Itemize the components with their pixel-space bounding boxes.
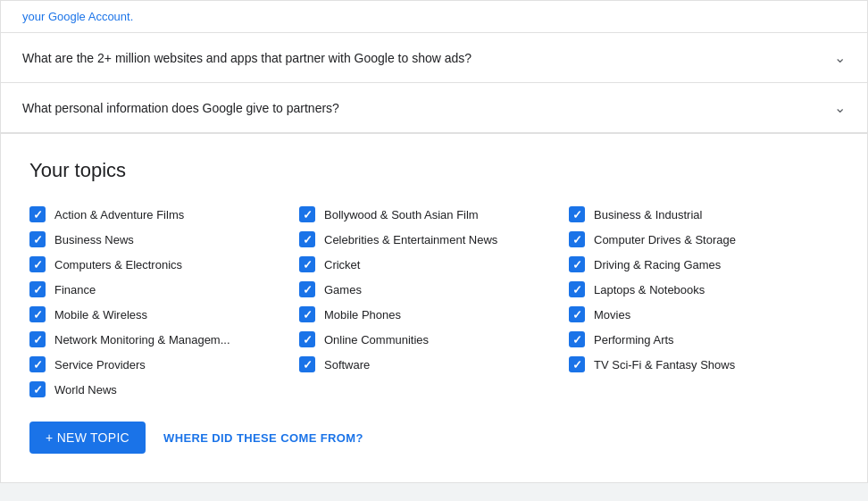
where-link[interactable]: WHERE DID THESE COME FROM? — [163, 431, 363, 445]
topic-item-online-communities[interactable]: ✓ Online Communities — [299, 327, 569, 352]
actions-row: + NEW TOPIC WHERE DID THESE COME FROM? — [29, 422, 839, 454]
topic-item-computers-electronics[interactable]: ✓ Computers & Electronics — [29, 252, 299, 277]
checkbox-software[interactable]: ✓ — [299, 356, 315, 372]
checkbox-bollywood[interactable]: ✓ — [299, 206, 315, 222]
topic-item-computer-drives-storage[interactable]: ✓ Computer Drives & Storage — [569, 227, 839, 252]
checkbox-world-news[interactable]: ✓ — [29, 381, 46, 397]
topics-title: Your topics — [29, 159, 839, 182]
faq-section: What are the 2+ million websites and app… — [0, 32, 868, 133]
chevron-down-icon-1: ⌄ — [834, 49, 846, 66]
topic-item-cricket[interactable]: ✓ Cricket — [299, 252, 569, 277]
topic-item-business-industrial[interactable]: ✓ Business & Industrial — [569, 202, 839, 227]
checkbox-computer-drives-storage[interactable]: ✓ — [569, 231, 585, 247]
topic-col-3: ✓ Business & Industrial ✓ Computer Drive… — [569, 202, 839, 402]
topic-label-business-industrial: Business & Industrial — [594, 208, 702, 221]
faq-question-2: What personal information does Google gi… — [22, 101, 339, 115]
checkbox-games[interactable]: ✓ — [299, 281, 315, 297]
checkbox-business-industrial[interactable]: ✓ — [569, 206, 585, 222]
checkbox-finance[interactable]: ✓ — [29, 281, 46, 297]
topic-col-2: ✓ Bollywood & South Asian Film ✓ Celebri… — [299, 202, 569, 402]
topic-label-online-communities: Online Communities — [324, 333, 429, 347]
checkbox-service-providers[interactable]: ✓ — [29, 356, 46, 372]
topic-item-tv-scifi[interactable]: ✓ TV Sci-Fi & Fantasy Shows — [569, 352, 839, 377]
topic-item-action-adventure[interactable]: ✓ Action & Adventure Films — [29, 202, 299, 227]
topics-grid: ✓ Action & Adventure Films ✓ Business Ne… — [29, 202, 839, 402]
checkbox-network-monitoring[interactable]: ✓ — [29, 331, 46, 347]
topic-label-tv-scifi: TV Sci-Fi & Fantasy Shows — [594, 358, 735, 372]
topic-item-mobile-phones[interactable]: ✓ Mobile Phones — [299, 302, 569, 327]
checkbox-mobile-phones[interactable]: ✓ — [299, 306, 315, 322]
topic-item-mobile-wireless[interactable]: ✓ Mobile & Wireless — [29, 302, 299, 327]
checkbox-celebrities[interactable]: ✓ — [299, 231, 315, 247]
topic-label-service-providers: Service Providers — [54, 358, 146, 372]
topic-label-business-news: Business News — [54, 233, 134, 246]
topic-item-network-monitoring[interactable]: ✓ Network Monitoring & Managem... — [29, 327, 299, 352]
checkbox-driving-racing-games[interactable]: ✓ — [569, 256, 585, 272]
topic-col-1: ✓ Action & Adventure Films ✓ Business Ne… — [29, 202, 299, 402]
topic-item-movies[interactable]: ✓ Movies — [569, 302, 839, 327]
topic-label-computer-drives-storage: Computer Drives & Storage — [594, 233, 736, 246]
topic-item-games[interactable]: ✓ Games — [299, 277, 569, 302]
topic-label-finance: Finance — [54, 283, 96, 296]
topic-label-celebrities: Celebrities & Entertainment News — [324, 233, 497, 246]
topic-label-cricket: Cricket — [324, 258, 360, 271]
faq-item-1[interactable]: What are the 2+ million websites and app… — [1, 33, 867, 83]
topic-label-mobile-wireless: Mobile & Wireless — [54, 308, 147, 321]
topic-item-bollywood[interactable]: ✓ Bollywood & South Asian Film — [299, 202, 569, 227]
topic-item-performing-arts[interactable]: ✓ Performing Arts — [569, 327, 839, 352]
topic-item-driving-racing-games[interactable]: ✓ Driving & Racing Games — [569, 252, 839, 277]
new-topic-button[interactable]: + NEW TOPIC — [29, 422, 146, 454]
topic-item-world-news[interactable]: ✓ World News — [29, 377, 299, 402]
topic-label-world-news: World News — [54, 383, 117, 397]
topic-item-service-providers[interactable]: ✓ Service Providers — [29, 352, 299, 377]
topic-item-software[interactable]: ✓ Software — [299, 352, 569, 377]
topic-label-performing-arts: Performing Arts — [594, 333, 674, 347]
topic-label-laptops-notebooks: Laptops & Notebooks — [594, 283, 705, 296]
checkbox-performing-arts[interactable]: ✓ — [569, 331, 585, 347]
checkbox-movies[interactable]: ✓ — [569, 306, 585, 322]
topic-item-celebrities[interactable]: ✓ Celebrities & Entertainment News — [299, 227, 569, 252]
checkbox-tv-scifi[interactable]: ✓ — [569, 356, 585, 372]
topic-label-movies: Movies — [594, 308, 630, 321]
checkbox-computers-electronics[interactable]: ✓ — [29, 256, 46, 272]
topic-label-network-monitoring: Network Monitoring & Managem... — [54, 333, 230, 347]
checkbox-action-adventure[interactable]: ✓ — [29, 206, 46, 222]
checkbox-mobile-wireless[interactable]: ✓ — [29, 306, 46, 322]
topic-label-driving-racing-games: Driving & Racing Games — [594, 258, 721, 271]
topic-item-laptops-notebooks[interactable]: ✓ Laptops & Notebooks — [569, 277, 839, 302]
topic-label-software: Software — [324, 358, 370, 372]
faq-question-1: What are the 2+ million websites and app… — [22, 51, 472, 65]
topic-label-mobile-phones: Mobile Phones — [324, 308, 401, 321]
partial-top-bar: your Google Account. — [0, 0, 868, 32]
checkbox-business-news[interactable]: ✓ — [29, 231, 46, 247]
checkbox-cricket[interactable]: ✓ — [299, 256, 315, 272]
topic-label-computers-electronics: Computers & Electronics — [54, 258, 182, 271]
faq-item-2[interactable]: What personal information does Google gi… — [1, 83, 867, 133]
chevron-down-icon-2: ⌄ — [834, 99, 846, 116]
topic-label-action-adventure: Action & Adventure Films — [54, 208, 184, 221]
topics-section: Your topics ✓ Action & Adventure Films ✓… — [0, 133, 868, 483]
page-wrapper: your Google Account. What are the 2+ mil… — [0, 0, 868, 483]
topic-item-business-news[interactable]: ✓ Business News — [29, 227, 299, 252]
checkbox-online-communities[interactable]: ✓ — [299, 331, 315, 347]
topic-item-finance[interactable]: ✓ Finance — [29, 277, 299, 302]
topic-label-bollywood: Bollywood & South Asian Film — [324, 208, 479, 221]
checkbox-laptops-notebooks[interactable]: ✓ — [569, 281, 585, 297]
topic-label-games: Games — [324, 283, 362, 296]
